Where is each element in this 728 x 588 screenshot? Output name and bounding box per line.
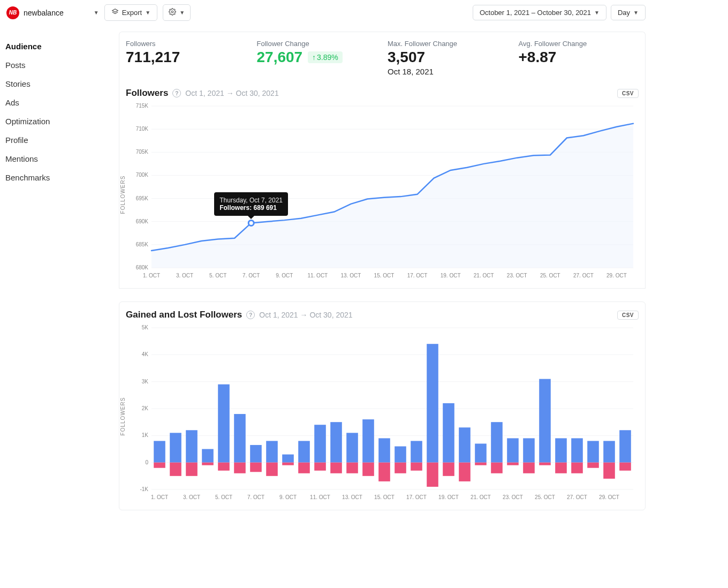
gear-icon [169, 8, 176, 17]
svg-marker-0 [112, 9, 118, 12]
svg-text:17. OCT: 17. OCT [406, 494, 427, 500]
svg-rect-103 [587, 463, 599, 468]
svg-rect-57 [218, 463, 230, 471]
svg-text:0: 0 [145, 459, 148, 465]
metric-value: 3,507 [388, 49, 508, 66]
y-axis-label: FOLLOWERS [120, 397, 126, 436]
svg-rect-88 [475, 444, 487, 463]
delta-value: 3.89% [317, 53, 338, 62]
sidebar-item-posts[interactable]: Posts [5, 56, 112, 74]
svg-rect-101 [571, 463, 583, 473]
svg-rect-100 [571, 439, 583, 463]
svg-rect-50 [170, 433, 181, 462]
svg-text:1. OCT: 1. OCT [143, 273, 160, 278]
svg-rect-48 [154, 441, 165, 463]
svg-text:21. OCT: 21. OCT [471, 494, 491, 500]
svg-rect-51 [170, 463, 181, 476]
y-axis-label: FOLLOWERS [120, 176, 126, 214]
svg-rect-87 [459, 463, 471, 481]
metric-sub: Oct 18, 2021 [388, 67, 508, 76]
svg-text:11. OCT: 11. OCT [307, 273, 328, 278]
svg-rect-93 [507, 463, 519, 465]
chevron-down-icon: ▼ [179, 10, 185, 16]
svg-rect-102 [587, 441, 599, 463]
brand-logo: NB [6, 6, 19, 19]
chevron-down-icon: ▼ [145, 10, 150, 16]
granularity-button[interactable]: Day ▼ [611, 5, 646, 20]
svg-rect-73 [346, 463, 358, 473]
svg-rect-61 [250, 463, 262, 472]
svg-text:2K: 2K [142, 405, 149, 411]
chevron-down-icon: ▼ [94, 10, 99, 16]
metrics-row: Followers 711,217 Follower Change 27,607… [119, 32, 646, 80]
metric-label: Max. Follower Change [388, 40, 508, 48]
svg-rect-96 [539, 379, 551, 463]
help-icon[interactable]: ? [172, 89, 181, 97]
metric-value: 27,607 [257, 49, 303, 65]
svg-rect-83 [427, 463, 438, 487]
svg-rect-78 [395, 447, 406, 463]
svg-rect-53 [186, 463, 198, 476]
brand-name: newbalance [24, 9, 64, 17]
metric-label: Follower Change [257, 40, 377, 48]
svg-text:29. OCT: 29. OCT [606, 273, 627, 278]
sidebar-item-ads[interactable]: Ads [5, 93, 112, 112]
svg-rect-63 [266, 463, 278, 476]
svg-rect-98 [555, 439, 567, 463]
svg-rect-55 [202, 463, 214, 465]
svg-text:3. OCT: 3. OCT [176, 273, 193, 278]
sidebar-item-mentions[interactable]: Mentions [5, 149, 112, 168]
svg-rect-58 [234, 414, 246, 463]
svg-text:700K: 700K [136, 172, 149, 178]
sidebar-item-optimization[interactable]: Optimization [5, 112, 112, 131]
followers-chart-panel: Followers ? Oct 1, 2021 → Oct 30, 2021 C… [119, 80, 646, 289]
svg-text:5K: 5K [142, 325, 149, 330]
svg-rect-91 [491, 463, 503, 473]
metric-max-change: Max. Follower Change 3,507 Oct 18, 2021 [388, 40, 508, 76]
svg-rect-92 [507, 439, 519, 463]
svg-text:15. OCT: 15. OCT [374, 494, 395, 500]
date-range-button[interactable]: October 1, 2021 – October 30, 2021 ▼ [473, 5, 606, 20]
sidebar-item-profile[interactable]: Profile [5, 131, 112, 149]
metric-avg-change: Avg. Follower Change +8.87 [519, 40, 639, 76]
metric-follower-change: Follower Change 27,607 ↑ 3.89% [257, 40, 377, 76]
svg-rect-72 [346, 433, 358, 462]
panel-title: Gained and Lost Followers [126, 310, 242, 320]
svg-text:9. OCT: 9. OCT [276, 273, 293, 278]
svg-text:5. OCT: 5. OCT [215, 494, 232, 500]
csv-button[interactable]: CSV [617, 89, 639, 98]
svg-rect-106 [619, 430, 631, 462]
svg-rect-71 [330, 463, 342, 473]
svg-rect-67 [298, 463, 310, 473]
svg-text:5. OCT: 5. OCT [209, 273, 226, 278]
svg-rect-69 [314, 463, 326, 471]
settings-button[interactable]: ▼ [163, 4, 191, 21]
svg-rect-95 [523, 463, 535, 473]
layers-icon [111, 8, 119, 17]
panel-date-range: Oct 1, 2021 → Oct 30, 2021 [259, 311, 352, 319]
svg-rect-66 [298, 441, 310, 463]
metric-value: 711,217 [126, 49, 246, 66]
metric-label: Avg. Follower Change [519, 40, 639, 48]
followers-chart[interactable]: FOLLOWERS 680K685K690K695K700K705K710K71… [126, 101, 639, 283]
sidebar-item-stories[interactable]: Stories [5, 74, 112, 93]
export-button[interactable]: Export ▼ [104, 4, 157, 21]
svg-text:-1K: -1K [140, 486, 148, 492]
svg-rect-99 [555, 463, 567, 473]
svg-text:13. OCT: 13. OCT [341, 273, 361, 278]
granularity-label: Day [618, 9, 630, 17]
csv-button[interactable]: CSV [617, 311, 639, 320]
brand-selector[interactable]: NB newbalance ▼ [6, 6, 99, 19]
svg-point-33 [248, 221, 254, 226]
svg-rect-75 [362, 463, 374, 476]
gained-lost-chart[interactable]: FOLLOWERS -1K01K2K3K4K5K1. OCT3. OCT5. O… [126, 322, 639, 504]
svg-text:11. OCT: 11. OCT [310, 494, 330, 500]
svg-text:7. OCT: 7. OCT [247, 494, 264, 500]
svg-rect-97 [539, 463, 551, 465]
help-icon[interactable]: ? [246, 311, 255, 319]
sidebar-item-audience[interactable]: Audience [5, 37, 112, 56]
sidebar-item-benchmarks[interactable]: Benchmarks [5, 168, 112, 187]
svg-rect-60 [250, 445, 262, 463]
svg-text:690K: 690K [136, 218, 149, 224]
svg-text:7. OCT: 7. OCT [242, 273, 260, 278]
